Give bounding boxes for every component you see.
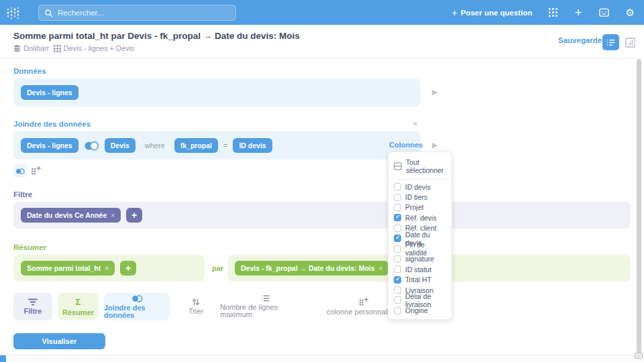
browse-data-icon[interactable] (549, 8, 557, 17)
notebook-toggle-button[interactable] (602, 34, 619, 50)
column-option-label: ID devis (405, 183, 431, 191)
breakout-pill[interactable]: Devis - fk_propal → Date du devis: Mois … (235, 261, 388, 276)
join-right-column-pill[interactable]: ID devis (233, 138, 272, 153)
checkbox[interactable] (394, 245, 401, 253)
database-icon (13, 45, 21, 52)
action-join-label: Joindre des données (104, 304, 170, 319)
breadcrumb-database[interactable]: Dolibarr (13, 44, 50, 52)
scrollbar-thumb[interactable] (637, 59, 641, 353)
column-option-label: Délai de livraison (405, 292, 446, 308)
checkbox[interactable] (394, 286, 401, 294)
filter-pill[interactable]: Date du devis Ce Année × (21, 208, 121, 223)
sigma-icon: Σ (76, 297, 81, 307)
column-option[interactable]: ID devis (388, 182, 451, 192)
search-input[interactable]: Rechercher... (38, 5, 236, 21)
column-option[interactable]: Total HT (388, 275, 451, 285)
breadcrumb-table[interactable]: Devis - lignes + Devis (54, 44, 135, 52)
action-filter-button[interactable]: Filtre (13, 293, 52, 320)
join-type-venn-icon[interactable] (84, 141, 99, 151)
column-option-label: signature (405, 255, 434, 263)
group-by-label: par (212, 264, 223, 272)
aggregation-row: Somme parmi total_ht × + (13, 255, 205, 282)
column-option-label: Fin de validité (405, 241, 446, 257)
question-header: Somme parmi total_ht par Devis - fk_prop… (0, 25, 644, 59)
preview-data-play-icon[interactable]: ▶ (432, 88, 437, 97)
new-question-button[interactable]: + Poser une question (452, 7, 533, 18)
action-row-limit-button[interactable]: Nombre de lignes maximum (220, 293, 311, 320)
sort-arrows-icon (192, 298, 200, 306)
footer-accent (0, 355, 6, 362)
join-left-column-pill[interactable]: fk_propal (174, 138, 218, 153)
visualization-toggle-icon[interactable] (625, 38, 635, 50)
checkbox[interactable] (394, 307, 401, 314)
select-all-item[interactable]: Tout sélectionner (388, 156, 451, 180)
data-table-pill-label: Devis - lignes (27, 88, 72, 97)
summarize-section-label: Résumer (13, 243, 46, 251)
join-section-label: Joindre des données (13, 120, 91, 128)
breadcrumb-table-label: Devis - lignes + Devis (64, 44, 135, 52)
add-aggregation-button[interactable]: + (120, 261, 136, 276)
checkbox[interactable] (394, 265, 401, 273)
column-option-label: ID statut (405, 265, 431, 274)
page-title: Somme parmi total_ht par Devis - fk_prop… (13, 31, 300, 41)
column-option[interactable]: Fin de validité (388, 243, 451, 253)
column-option[interactable]: Réf. devis (388, 213, 451, 223)
column-option[interactable]: ID statut (388, 264, 451, 274)
breadcrumb-database-label: Dolibarr (23, 44, 50, 52)
save-button[interactable]: Sauvegarder (558, 36, 605, 44)
preview-join-play-icon[interactable]: ▶ (432, 141, 437, 149)
settings-gear-icon[interactable]: ⚙ (626, 7, 635, 17)
action-summarize-label: Résumer (62, 309, 94, 316)
custom-column-step-icon[interactable] (32, 166, 41, 178)
keyboard-shortcuts-icon[interactable] (635, 349, 643, 361)
plus-icon: + (452, 7, 458, 18)
aggregation-remove-icon[interactable]: × (105, 265, 109, 272)
join-right-table-pill[interactable]: Devis (105, 138, 136, 153)
checkbox[interactable] (394, 225, 401, 232)
join-right-column-label: ID devis (239, 141, 266, 149)
table-plus-icon (360, 298, 368, 306)
search-icon (44, 9, 53, 17)
action-join-button[interactable]: Joindre des données (104, 293, 170, 320)
action-summarize-button[interactable]: Σ Résumer (58, 293, 99, 320)
action-sort-button[interactable]: Trier (182, 293, 209, 320)
column-option-label: Total HT (405, 276, 431, 284)
checkbox[interactable] (394, 255, 401, 263)
breakout-remove-icon[interactable]: × (379, 265, 383, 272)
join-columns-button[interactable]: Colonnes (389, 141, 423, 149)
join-section-row: Devis - lignes Devis where fk_propal = I… (13, 131, 421, 160)
join-left-column-label: fk_propal (180, 141, 212, 149)
visualize-button[interactable]: Visualiser (13, 333, 105, 349)
column-option[interactable]: ID tiers (388, 192, 451, 202)
list-icon (262, 295, 270, 302)
filter-remove-icon[interactable]: × (111, 212, 115, 219)
add-join-step-button[interactable] (13, 164, 27, 178)
column-picker-popover: Tout sélectionner ID devis ID tiers Proj… (388, 152, 452, 320)
column-option[interactable]: Projet (388, 202, 451, 213)
add-filter-button[interactable]: + (126, 208, 142, 223)
checkbox[interactable] (394, 194, 401, 201)
indeterminate-checkbox-icon (394, 162, 402, 170)
checkbox[interactable] (394, 214, 401, 221)
data-table-pill[interactable]: Devis - lignes (21, 85, 78, 100)
checkbox[interactable] (394, 296, 401, 304)
create-plus-icon[interactable]: + (574, 5, 582, 20)
join-left-table-pill[interactable]: Devis - lignes (21, 138, 78, 153)
metabase-logo-icon[interactable] (6, 5, 21, 20)
aggregation-pill-label: Somme parmi total_ht (27, 264, 101, 272)
join-operator: = (223, 141, 227, 149)
metabot-icon[interactable] (599, 7, 609, 17)
column-option[interactable]: Délai de livraison (388, 295, 451, 305)
checkbox[interactable] (394, 183, 401, 190)
join-where-label: where (145, 141, 165, 149)
checkbox[interactable] (394, 276, 401, 284)
checkbox[interactable] (394, 235, 401, 242)
filter-section-label: Filtre (13, 190, 32, 198)
checkbox[interactable] (394, 204, 401, 211)
top-navbar: Rechercher... + Poser une question + ⚙ (0, 0, 644, 25)
join-left-table-label: Devis - lignes (27, 141, 72, 149)
aggregation-pill[interactable]: Somme parmi total_ht × (21, 261, 115, 276)
footer-bar (0, 355, 644, 362)
join-close-icon[interactable]: × (413, 119, 418, 129)
select-all-label: Tout sélectionner (406, 158, 446, 174)
